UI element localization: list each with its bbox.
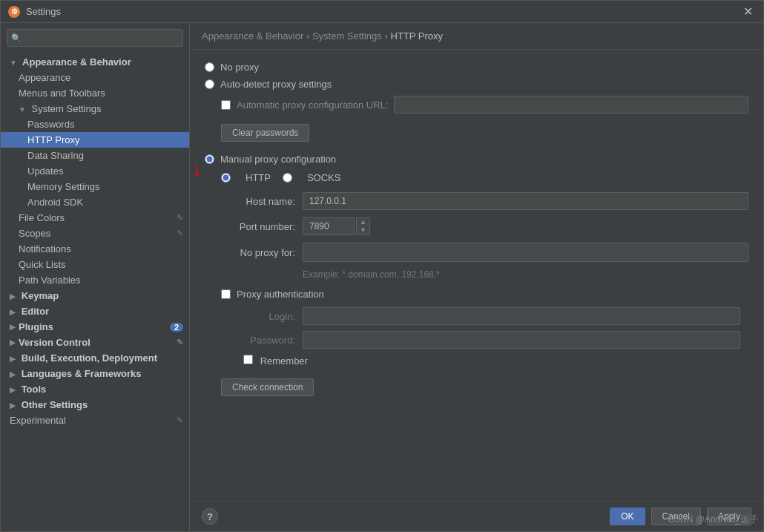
sidebar-item-keymap[interactable]: ▶ Keymap xyxy=(1,288,189,303)
auto-detect-radio[interactable] xyxy=(205,79,214,89)
sidebar-item-scopes[interactable]: Scopes ✎ xyxy=(1,226,189,241)
sidebar-item-system-settings[interactable]: ▼ System Settings xyxy=(1,101,189,116)
expand-arrow-keymap: ▶ xyxy=(10,292,16,301)
auto-config-url-input[interactable] xyxy=(394,96,748,114)
sidebar-item-plugins[interactable]: ▶ Plugins 2 xyxy=(1,319,189,335)
ok-button[interactable]: OK xyxy=(610,508,645,525)
sidebar-item-notifications[interactable]: Notifications xyxy=(1,241,189,257)
no-proxy-for-input[interactable] xyxy=(303,243,748,262)
sidebar-item-menus-toolbars[interactable]: Menus and Toolbars xyxy=(1,85,189,101)
sidebar-item-android-sdk[interactable]: Android SDK xyxy=(1,194,189,210)
breadcrumb: Appearance & Behavior › System Settings … xyxy=(190,23,763,50)
login-label: Login: xyxy=(236,311,295,322)
app-icon: ⚙ xyxy=(8,6,20,18)
manual-proxy-label: Manual proxy configuration xyxy=(220,154,336,165)
check-connection-section: Check connection xyxy=(221,378,748,396)
http-protocol-radio[interactable] xyxy=(221,173,231,183)
sidebar-item-experimental[interactable]: Experimental ✎ xyxy=(1,413,189,428)
socks-protocol-radio[interactable] xyxy=(283,173,292,183)
host-name-input[interactable] xyxy=(303,192,748,210)
expand-arrow-plugins: ▶ xyxy=(10,323,16,331)
sidebar-tree: ▼ Appearance & Behavior Appearance Menus… xyxy=(1,53,189,531)
no-proxy-row: No proxy xyxy=(205,62,748,73)
edit-icon-file-colors: ✎ xyxy=(177,213,183,223)
host-name-row: Host name: xyxy=(221,192,748,210)
expand-arrow-editor: ▶ xyxy=(10,308,16,316)
sidebar-item-editor[interactable]: ▶ Editor xyxy=(1,303,189,319)
settings-content: No proxy Auto-detect proxy settings Auto… xyxy=(190,50,763,501)
login-input[interactable] xyxy=(303,307,740,325)
breadcrumb-part1: Appearance & Behavior xyxy=(202,30,303,42)
plugins-badge: 2 xyxy=(170,323,183,332)
expand-arrow: ▼ xyxy=(10,59,17,67)
port-number-input[interactable] xyxy=(303,217,355,235)
expand-arrow-other: ▶ xyxy=(10,401,16,410)
close-button[interactable]: ✕ xyxy=(740,4,756,19)
port-spinner: ▲ ▼ xyxy=(356,217,370,235)
port-wrapper: ▲ ▼ xyxy=(303,217,370,235)
sidebar-item-http-proxy[interactable]: HTTP Proxy xyxy=(1,132,189,148)
sidebar-item-other-settings[interactable]: ▶ Other Settings xyxy=(1,397,189,413)
help-button[interactable]: ? xyxy=(202,508,218,525)
proxy-auth-row: Proxy authentication xyxy=(221,289,748,300)
password-row: Password: xyxy=(236,331,748,349)
sidebar-item-languages[interactable]: ▶ Languages & Frameworks xyxy=(1,366,189,381)
auto-proxy-config-row: Automatic proxy configuration URL: xyxy=(205,96,748,114)
sidebar-item-appearance-behavior[interactable]: ▼ Appearance & Behavior xyxy=(1,54,189,70)
sidebar-item-path-variables[interactable]: Path Variables xyxy=(1,272,189,288)
sidebar-item-passwords[interactable]: Passwords xyxy=(1,116,189,132)
main-content: 🔍 ▼ Appearance & Behavior Appearance Men… xyxy=(1,23,763,531)
example-text: Example: *.domain.com, 192.168.* xyxy=(303,269,748,280)
search-input[interactable] xyxy=(7,29,183,47)
auto-config-checkbox[interactable] xyxy=(221,100,231,110)
auto-detect-row: Auto-detect proxy settings xyxy=(205,79,748,90)
search-box: 🔍 xyxy=(7,29,183,47)
manual-proxy-radio[interactable] xyxy=(205,154,214,164)
sidebar-item-appearance[interactable]: Appearance xyxy=(1,70,189,85)
password-input[interactable] xyxy=(303,331,740,349)
password-label: Password: xyxy=(236,335,295,346)
clear-passwords-button[interactable]: Clear passwords xyxy=(221,124,309,142)
title-bar: ⚙ Settings ✕ xyxy=(1,1,763,23)
search-icon: 🔍 xyxy=(11,33,22,43)
right-panel: Appearance & Behavior › System Settings … xyxy=(190,23,763,531)
no-proxy-wrapper xyxy=(303,243,748,262)
auto-detect-label: Auto-detect proxy settings xyxy=(220,79,332,90)
sidebar-item-quick-lists[interactable]: Quick Lists xyxy=(1,257,189,272)
expand-arrow-lang: ▶ xyxy=(10,370,16,378)
socks-label: SOCKS xyxy=(307,172,341,183)
breadcrumb-sep1: › xyxy=(306,30,312,42)
proxy-auth-checkbox[interactable] xyxy=(221,289,231,299)
protocol-row: HTTP SOCKS xyxy=(221,172,748,183)
remember-label: Remember xyxy=(260,355,308,367)
port-number-label: Port number: xyxy=(221,221,295,232)
manual-proxy-section: Manual proxy configuration HTTP SOCKS Ho… xyxy=(205,154,748,396)
sidebar: 🔍 ▼ Appearance & Behavior Appearance Men… xyxy=(1,23,190,531)
clear-passwords-section: Clear passwords xyxy=(221,124,748,142)
remember-checkbox[interactable] xyxy=(243,355,253,364)
sidebar-item-file-colors[interactable]: File Colors ✎ xyxy=(1,210,189,226)
sidebar-item-tools[interactable]: ▶ Tools xyxy=(1,381,189,397)
login-row: Login: xyxy=(236,307,748,325)
port-increment-button[interactable]: ▲ xyxy=(357,218,369,226)
remember-row: Remember xyxy=(243,355,748,367)
edit-icon-scopes: ✎ xyxy=(177,229,183,238)
check-connection-button[interactable]: Check connection xyxy=(221,378,314,396)
host-name-label: Host name: xyxy=(221,196,295,207)
no-proxy-label: No proxy xyxy=(220,62,259,73)
sidebar-item-data-sharing[interactable]: Data Sharing xyxy=(1,148,189,163)
settings-window: ⚙ Settings ✕ 🔍 ▼ Appearance & Behavior A… xyxy=(0,0,764,532)
port-decrement-button[interactable]: ▼ xyxy=(357,226,369,234)
watermark: CSDN @Android_远子 xyxy=(668,513,758,526)
no-proxy-radio[interactable] xyxy=(205,62,214,72)
sidebar-item-updates[interactable]: Updates xyxy=(1,163,189,179)
sidebar-item-version-control[interactable]: ▶ Version Control ✎ xyxy=(1,335,189,350)
edit-icon-vc: ✎ xyxy=(177,338,183,347)
sidebar-item-build[interactable]: ▶ Build, Execution, Deployment xyxy=(1,350,189,366)
no-proxy-for-row: No proxy for: xyxy=(221,243,748,262)
expand-arrow-build: ▶ xyxy=(10,355,16,363)
bottom-left: ? xyxy=(202,508,218,525)
sidebar-item-memory-settings[interactable]: Memory Settings xyxy=(1,179,189,194)
window-title: Settings xyxy=(26,6,740,17)
port-number-row: Port number: ▲ ▼ xyxy=(221,217,748,235)
